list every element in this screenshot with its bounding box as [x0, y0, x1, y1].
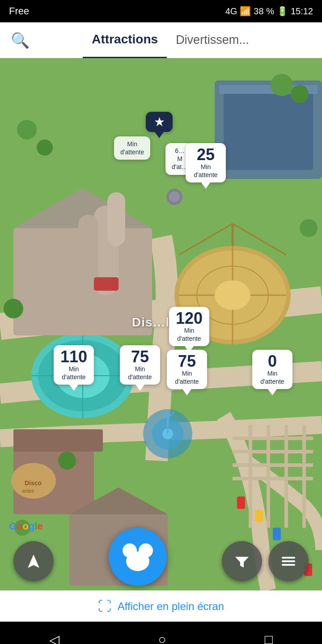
svg-point-51 — [17, 120, 37, 140]
tab-attractions[interactable]: Attractions — [83, 22, 167, 58]
star-icon: ★ — [150, 114, 168, 129]
recent-apps-button[interactable]: □ — [265, 632, 273, 644]
wait-bubble-120[interactable]: 120 Mind'attente — [169, 307, 209, 346]
svg-point-56 — [58, 452, 76, 470]
filter-button[interactable] — [222, 541, 262, 581]
right-controls — [222, 541, 309, 581]
fullscreen-icon: ⛶ — [98, 599, 111, 614]
battery-icon: 🔋 — [277, 6, 288, 17]
list-icon — [280, 552, 297, 570]
filter-icon — [233, 552, 251, 570]
wait-bubble-0[interactable]: 0 Mind'attente — [252, 350, 292, 389]
svg-point-62 — [126, 551, 149, 571]
svg-rect-31 — [94, 277, 119, 291]
svg-rect-63 — [282, 557, 295, 559]
fullscreen-bar[interactable]: ⛶ Afficher en plein écran — [0, 590, 322, 622]
wait-bubble-partial-1[interactable]: Mind'attente — [114, 136, 150, 160]
svg-marker-59 — [28, 555, 39, 568]
svg-text:Disco: Disco — [25, 479, 42, 487]
tab-bar: Attractions Divertissem... — [30, 22, 311, 58]
svg-point-58 — [169, 191, 180, 202]
back-button[interactable]: ◁ — [49, 632, 59, 644]
carrier-label: Free — [9, 5, 29, 17]
park-map[interactable]: Disco eries — [0, 58, 322, 590]
mickey-icon — [120, 542, 156, 572]
svg-point-52 — [37, 140, 53, 156]
signal-bars-icon: 📶 — [240, 6, 251, 17]
svg-rect-33 — [13, 429, 103, 452]
tab-divertissement[interactable]: Divertissem... — [167, 22, 258, 58]
svg-rect-45 — [255, 510, 263, 522]
header: 🔍 Attractions Divertissem... — [0, 22, 322, 58]
search-button[interactable]: 🔍 — [11, 31, 30, 49]
svg-point-17 — [215, 280, 250, 310]
signal-icon: 4G — [225, 6, 237, 17]
svg-rect-44 — [237, 496, 245, 509]
svg-point-54 — [4, 299, 23, 318]
wait-bubble-75-left[interactable]: 75 Mind'attente — [120, 345, 160, 385]
list-button[interactable] — [268, 541, 309, 581]
svg-text:eries: eries — [22, 488, 34, 494]
svg-point-53 — [300, 219, 318, 237]
location-button[interactable] — [13, 541, 54, 581]
svg-point-50 — [291, 85, 309, 103]
svg-rect-64 — [282, 560, 295, 562]
navigation-bar: ◁ ○ □ — [0, 622, 322, 644]
favorite-bubble[interactable]: ★ — [146, 112, 173, 132]
home-button[interactable]: ○ — [158, 632, 166, 644]
wait-bubble-75-center[interactable]: 75 Mind'attente — [167, 350, 207, 389]
wait-bubble-25[interactable]: 25 Mind'attente — [186, 143, 226, 182]
battery-text: 38 % — [254, 6, 274, 17]
status-right: 4G 📶 38 % 🔋 15:12 — [225, 6, 313, 17]
fullscreen-label: Afficher en plein écran — [118, 600, 224, 613]
mickey-fab-button[interactable] — [109, 528, 167, 586]
svg-point-49 — [271, 74, 293, 96]
svg-rect-65 — [282, 564, 295, 566]
time-label: 15:12 — [291, 6, 313, 17]
map-controls — [0, 528, 322, 581]
svg-rect-30 — [107, 192, 125, 246]
status-bar: Free 4G 📶 38 % 🔋 15:12 — [0, 0, 322, 22]
wait-bubble-110[interactable]: 110 Mind'attente — [54, 345, 94, 385]
location-icon — [24, 551, 43, 571]
